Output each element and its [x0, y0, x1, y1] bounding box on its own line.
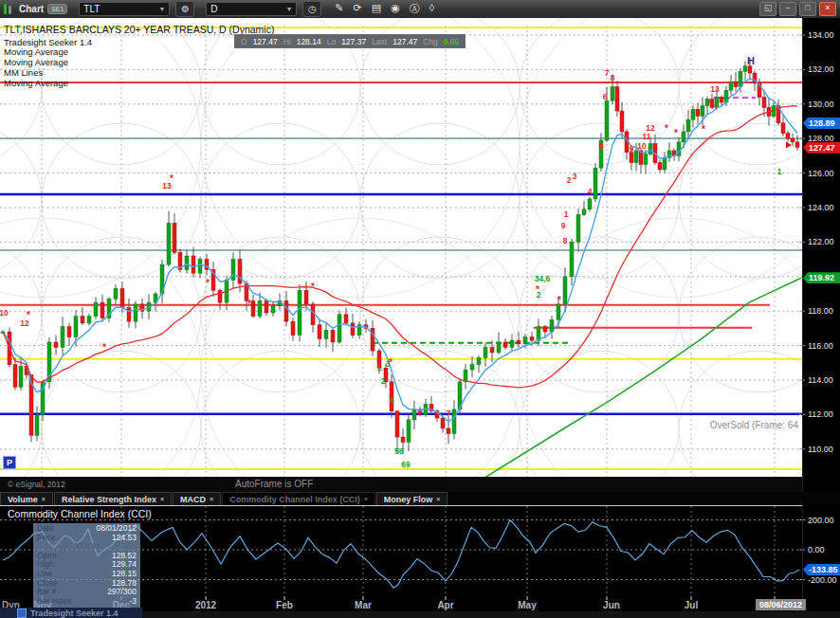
tab-relative-strength-index[interactable]: Relative Strength Index× — [54, 492, 172, 505]
quote-field-label: Chg — [423, 37, 438, 46]
asterisk-marker: * — [27, 310, 30, 320]
tab-money-flow[interactable]: Money Flow× — [376, 492, 448, 505]
close-icon[interactable]: × — [160, 496, 164, 502]
count-label-10: 10 — [0, 308, 9, 318]
maximize-button[interactable]: □ — [799, 2, 816, 16]
quote-field-label: Lo — [327, 37, 336, 46]
count-label-12: 12 — [20, 318, 28, 328]
count-label-13: 13 — [710, 84, 719, 94]
data-tooltip: Date08/01/2012Price124.53TLT, DOpen128.5… — [33, 523, 140, 608]
close-icon[interactable]: × — [364, 496, 368, 502]
count-label-69: 69 — [401, 460, 410, 469]
interval-input[interactable]: D ▼ — [206, 2, 297, 16]
time-label-2012: 2012 — [195, 600, 216, 610]
count-label-2: 2 — [567, 175, 572, 185]
price-tick: 130.00 — [808, 100, 834, 109]
quote-field-label: O — [241, 37, 247, 46]
cci-badge: -133.85 — [803, 564, 840, 575]
asterisk-marker: * — [702, 124, 705, 135]
count-label-7: 7 — [605, 68, 610, 78]
price-badge: 128.89 — [803, 118, 840, 129]
autoframe-label: AutoFrame is OFF — [235, 479, 313, 489]
asterisk-marker: * — [311, 282, 315, 292]
cci-tick: 0.00 — [808, 545, 825, 554]
legend-item: Moving Average — [4, 57, 68, 67]
p-badge[interactable]: P — [3, 456, 16, 469]
close-icon[interactable]: × — [210, 496, 213, 502]
asterisk-marker: * — [536, 284, 539, 295]
refresh-icon[interactable]: ⟳ — [354, 2, 362, 16]
price-badge: 119.92 — [803, 272, 840, 283]
window-badge: SE1 — [47, 4, 67, 14]
draw-pencil-icon[interactable]: ✎ — [335, 2, 343, 16]
quote-field-label: Hi — [283, 37, 291, 46]
asterisk-marker: * — [557, 295, 561, 305]
cci-tick: -200.00 — [808, 575, 837, 585]
time-settings-button[interactable]: ◷ — [302, 1, 321, 17]
count-label-9: 9 — [561, 221, 566, 230]
count-label-1: 1 — [377, 363, 382, 373]
price-tick: 124.00 — [808, 203, 834, 212]
quote-field-value: 127.47 — [393, 37, 417, 46]
count-label-6: 6 — [603, 92, 608, 101]
symbol-input[interactable]: TLT ▼ — [79, 2, 170, 16]
copyright-label: © eSignal, 2012 — [8, 480, 65, 489]
quote-field-value: 127.47 — [253, 37, 278, 46]
price-tick: 122.00 — [808, 237, 834, 246]
tab-commodity-channel-index-cci-[interactable]: Commodity Channel Index (CCI)× — [222, 492, 375, 505]
window-title: Chart — [19, 4, 44, 14]
tab-volume[interactable]: Volume× — [0, 492, 53, 505]
price-tick: 114.00 — [808, 375, 833, 385]
play-icon[interactable]: ◉ — [391, 2, 400, 16]
asterisk-marker: * — [665, 123, 668, 134]
close-icon[interactable]: × — [436, 496, 440, 502]
close-icon[interactable]: × — [42, 496, 46, 502]
popout-button[interactable]: ◱ — [759, 2, 776, 16]
interval-value: D — [210, 4, 217, 14]
count-label-3: 3 — [573, 172, 577, 181]
asterisk-marker: * — [674, 128, 678, 138]
window-toolbar: Chart SE1 TLT ▼ ⚙ D ▼ ◷ ✎⟳▤◉Ⓐ◊ ◱−□× — [0, 0, 840, 18]
symbol-settings-button[interactable]: ⚙ — [175, 1, 194, 17]
asterisk-marker: * — [206, 278, 210, 288]
last-date-badge: 08/06/2012 — [756, 599, 806, 610]
quote-board-icon[interactable]: ▤ — [372, 2, 381, 16]
count-label-11: 11 — [643, 132, 651, 141]
quote-field-label: Last — [372, 37, 387, 46]
quote-box: O127.47Hi128.14Lo127.37Last127.47Chg0.05 — [234, 34, 466, 48]
tab-macd[interactable]: MACD× — [173, 492, 221, 505]
eraser-icon[interactable]: ◊ — [429, 2, 434, 16]
tooltip-row: Bar index-3 — [37, 597, 137, 607]
tab-label: Money Flow — [384, 495, 433, 504]
chart-window: Chart SE1 TLT ▼ ⚙ D ▼ ◷ ✎⟳▤◉Ⓐ◊ ◱−□× TLT,… — [0, 0, 840, 618]
quote-field-value: 0.05 — [444, 37, 460, 46]
tradesight-label: Tradesight Seeker 1.4 — [30, 609, 119, 618]
count-label-12: 12 — [646, 123, 654, 133]
time-label-jun: Jun — [603, 600, 620, 610]
legend-item: Tradesight Seeker 1.4 — [4, 37, 92, 47]
tooltip-label: Bar index — [37, 597, 71, 607]
close-button[interactable]: × — [819, 2, 836, 16]
count-label-5: 5 — [599, 142, 604, 152]
count-label-346: 34,6 — [535, 274, 551, 283]
count-label-8: 8 — [563, 236, 568, 245]
price-tick: 134.00 — [808, 30, 834, 40]
auto-icon[interactable]: Ⓐ — [410, 2, 420, 16]
minimize-button[interactable]: − — [779, 2, 796, 16]
tradesight-status-bar: Tradesight Seeker 1.4 — [0, 608, 142, 618]
tradesight-icon — [17, 609, 27, 618]
price-plot-area[interactable] — [0, 18, 802, 477]
price-tick: 112.00 — [808, 409, 833, 419]
tooltip-symbol: TLT, D — [75, 542, 99, 552]
legend-item: Moving Average — [4, 78, 68, 88]
count-label-9: 9 — [630, 144, 634, 154]
price-tick: 110.00 — [808, 445, 833, 454]
price-tick: 132.00 — [808, 64, 834, 74]
asterisk-marker: * — [389, 357, 393, 368]
legend-item: Moving Average — [4, 46, 68, 57]
count-label-56: 56 — [394, 446, 403, 456]
clock-icon: ◷ — [308, 4, 317, 14]
time-label-apr: Apr — [437, 600, 453, 610]
asterisk-marker: * — [247, 299, 251, 309]
time-label-jul: Jul — [685, 600, 698, 610]
